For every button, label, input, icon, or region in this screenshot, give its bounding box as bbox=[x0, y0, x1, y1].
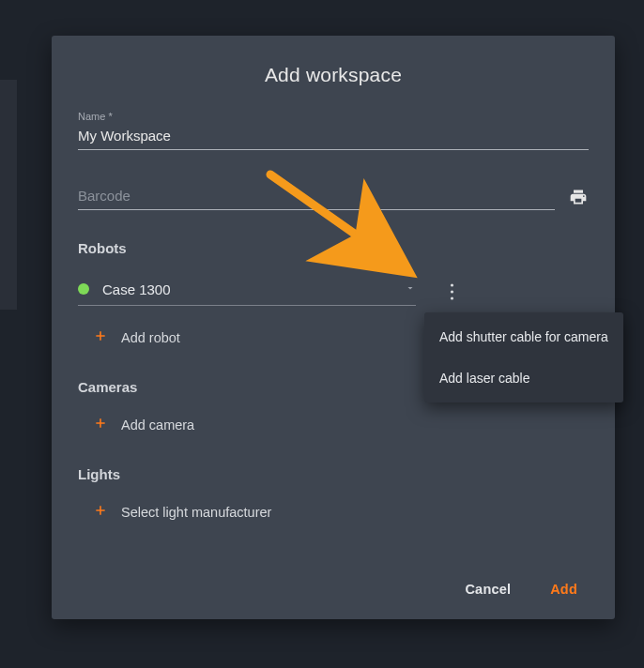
robot-row: Case 1300 bbox=[78, 277, 589, 306]
robot-context-menu: Add shutter cable for camera Add laser c… bbox=[424, 312, 623, 402]
add-robot-label: Add robot bbox=[121, 330, 180, 345]
more-vertical-icon bbox=[450, 283, 454, 300]
chevron-down-icon bbox=[405, 281, 416, 297]
add-button[interactable]: Add bbox=[546, 576, 581, 602]
status-ok-icon bbox=[78, 283, 89, 295]
robots-section-title: Robots bbox=[78, 240, 589, 256]
robot-more-button[interactable] bbox=[438, 279, 465, 305]
cancel-button[interactable]: Cancel bbox=[461, 576, 514, 602]
svg-point-1 bbox=[450, 290, 452, 293]
svg-point-0 bbox=[450, 283, 452, 286]
dialog-footer: Cancel Add bbox=[78, 559, 589, 602]
select-light-manufacturer-button[interactable]: Select light manufacturer bbox=[93, 503, 589, 522]
name-input[interactable] bbox=[78, 124, 589, 150]
menu-item-add-laser-cable[interactable]: Add laser cable bbox=[424, 357, 623, 399]
print-icon[interactable] bbox=[568, 187, 589, 207]
sidebar-strip bbox=[0, 80, 17, 310]
add-camera-label: Add camera bbox=[121, 418, 194, 433]
name-field-group: Name * bbox=[78, 111, 589, 150]
svg-point-2 bbox=[450, 296, 452, 299]
select-light-manufacturer-label: Select light manufacturer bbox=[121, 505, 271, 520]
name-field-label: Name * bbox=[78, 111, 589, 122]
add-camera-button[interactable]: Add camera bbox=[93, 416, 589, 434]
plus-icon bbox=[93, 503, 108, 522]
barcode-input[interactable] bbox=[78, 184, 555, 210]
robot-select[interactable]: Case 1300 bbox=[78, 277, 416, 306]
barcode-field-group bbox=[78, 184, 589, 210]
dialog-title: Add workspace bbox=[78, 64, 589, 86]
lights-section-title: Lights bbox=[78, 466, 589, 482]
plus-icon bbox=[93, 416, 108, 434]
plus-icon bbox=[93, 328, 108, 347]
robot-selected-label: Case 1300 bbox=[102, 281, 405, 297]
menu-item-add-shutter-cable[interactable]: Add shutter cable for camera bbox=[424, 316, 623, 357]
